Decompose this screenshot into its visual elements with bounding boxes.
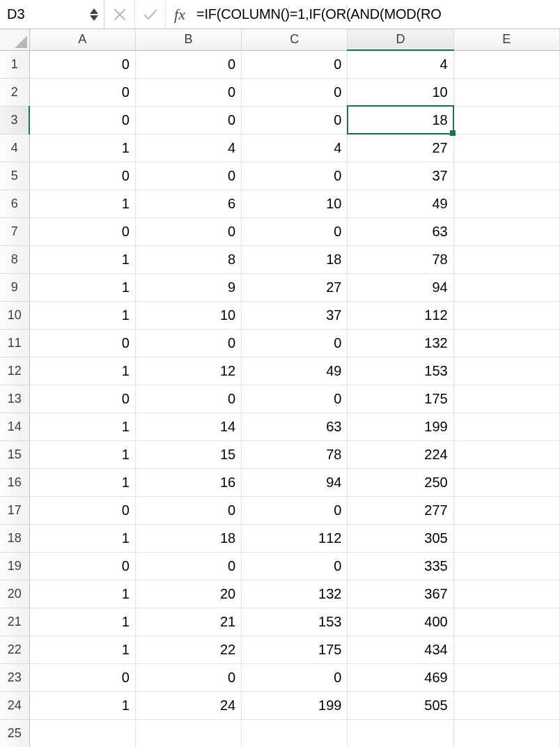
cell[interactable]: 9	[135, 273, 241, 301]
cell[interactable]: 63	[348, 217, 453, 245]
cell[interactable]: 0	[135, 106, 241, 134]
cell[interactable]: 1	[29, 691, 135, 719]
cell[interactable]: 1	[29, 245, 135, 273]
cell[interactable]	[453, 413, 559, 440]
cell[interactable]: 0	[135, 663, 241, 691]
cell[interactable]	[453, 468, 559, 496]
cell[interactable]: 0	[135, 385, 241, 413]
cell[interactable]: 0	[29, 106, 135, 134]
row-header[interactable]: 3	[0, 106, 29, 134]
cell[interactable]	[453, 608, 559, 636]
column-header-B[interactable]: B	[135, 29, 241, 50]
row-header[interactable]: 10	[0, 301, 29, 329]
cell[interactable]	[453, 301, 559, 329]
cell[interactable]: 277	[348, 496, 453, 524]
row-header[interactable]: 23	[0, 663, 29, 691]
cell[interactable]: 0	[242, 552, 348, 580]
cell[interactable]: 16	[135, 468, 241, 496]
cell[interactable]	[453, 440, 559, 468]
cell[interactable]	[453, 245, 559, 273]
cell[interactable]: 0	[29, 552, 135, 580]
cell[interactable]: 1	[29, 413, 135, 440]
cell[interactable]: 14	[135, 413, 241, 440]
cell[interactable]: 0	[29, 663, 135, 691]
cell[interactable]: 94	[348, 273, 453, 301]
formula-input[interactable]: =IF(COLUMN()=1,IF(OR(AND(MOD(RO	[194, 0, 560, 29]
row-header[interactable]: 20	[0, 580, 29, 608]
cell[interactable]	[453, 106, 559, 134]
cell[interactable]: 1	[29, 468, 135, 496]
cell[interactable]	[453, 719, 559, 747]
cell[interactable]: 10	[348, 78, 453, 106]
column-header-D[interactable]: D	[348, 29, 453, 50]
cell[interactable]: 400	[348, 608, 453, 636]
cell[interactable]: 0	[29, 162, 135, 190]
cell[interactable]: 1	[29, 301, 135, 329]
cell[interactable]: 505	[348, 691, 453, 719]
cell[interactable]: 0	[135, 217, 241, 245]
cell[interactable]: 18	[348, 106, 453, 134]
cell[interactable]	[453, 691, 559, 719]
cell[interactable]	[453, 580, 559, 608]
cell[interactable]	[453, 552, 559, 580]
cell[interactable]: 305	[348, 524, 453, 552]
row-header[interactable]: 13	[0, 385, 29, 413]
cell[interactable]: 37	[348, 162, 453, 190]
cancel-button[interactable]	[104, 0, 135, 29]
row-header[interactable]: 1	[0, 50, 29, 78]
cell[interactable]: 0	[242, 217, 348, 245]
cell[interactable]: 10	[135, 301, 241, 329]
cell[interactable]	[29, 719, 135, 747]
row-header[interactable]: 21	[0, 608, 29, 636]
cell[interactable]: 94	[242, 468, 348, 496]
cell[interactable]: 112	[242, 524, 348, 552]
cell[interactable]	[453, 496, 559, 524]
row-header[interactable]: 24	[0, 691, 29, 719]
cell[interactable]: 4	[135, 134, 241, 162]
cell[interactable]: 78	[348, 245, 453, 273]
cell[interactable]: 0	[242, 50, 348, 78]
cell[interactable]	[453, 162, 559, 190]
cell[interactable]	[242, 719, 348, 747]
worksheet-grid[interactable]: A B C D E 100042000103000184144275000376…	[0, 29, 560, 747]
cell[interactable]: 1	[29, 273, 135, 301]
row-header[interactable]: 12	[0, 357, 29, 385]
cell[interactable]: 78	[242, 440, 348, 468]
cell[interactable]: 24	[135, 691, 241, 719]
cell[interactable]	[453, 273, 559, 301]
cell[interactable]	[453, 134, 559, 162]
cell[interactable]: 12	[135, 357, 241, 385]
cell[interactable]: 112	[348, 301, 453, 329]
cell[interactable]: 21	[135, 608, 241, 636]
row-header[interactable]: 22	[0, 636, 29, 663]
cell[interactable]: 8	[135, 245, 241, 273]
cell[interactable]: 0	[29, 329, 135, 357]
cell[interactable]: 1	[29, 357, 135, 385]
cell[interactable]: 20	[135, 580, 241, 608]
cell[interactable]: 175	[242, 636, 348, 663]
cell[interactable]: 0	[135, 496, 241, 524]
cell[interactable]: 0	[29, 78, 135, 106]
name-box[interactable]: D3	[0, 0, 104, 29]
row-header[interactable]: 14	[0, 413, 29, 440]
cell[interactable]	[453, 217, 559, 245]
cell[interactable]: 4	[242, 134, 348, 162]
cell[interactable]: 18	[242, 245, 348, 273]
cell[interactable]	[453, 50, 559, 78]
cell[interactable]: 1	[29, 134, 135, 162]
cell[interactable]: 0	[135, 552, 241, 580]
cell[interactable]: 0	[29, 50, 135, 78]
cell[interactable]: 0	[135, 78, 241, 106]
cell[interactable]: 153	[242, 608, 348, 636]
cell[interactable]: 250	[348, 468, 453, 496]
cell[interactable]: 6	[135, 190, 241, 217]
cell[interactable]	[348, 719, 453, 747]
row-header[interactable]: 11	[0, 329, 29, 357]
cell[interactable]: 0	[242, 106, 348, 134]
cell[interactable]: 27	[242, 273, 348, 301]
row-header[interactable]: 5	[0, 162, 29, 190]
cell[interactable]: 0	[242, 496, 348, 524]
enter-button[interactable]	[135, 0, 166, 29]
cell[interactable]: 0	[29, 217, 135, 245]
cell[interactable]: 199	[242, 691, 348, 719]
